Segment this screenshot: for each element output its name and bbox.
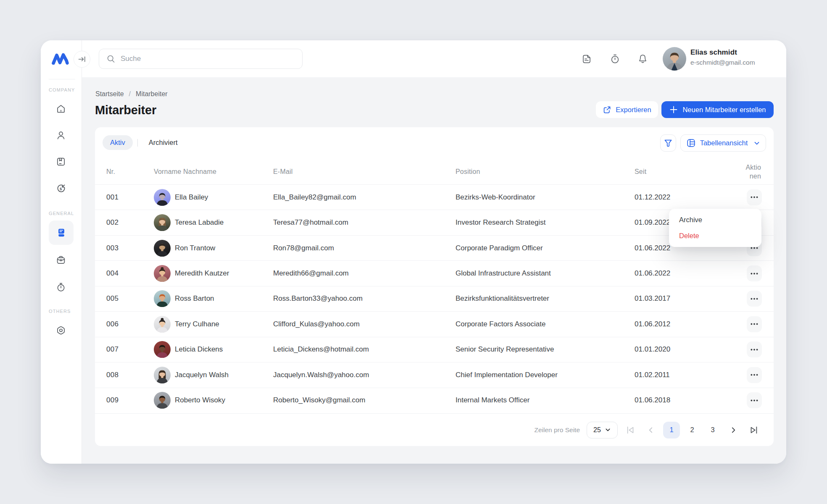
user-info[interactable]: Elias schmidt e-schmidt@gmail.com <box>690 48 755 66</box>
table-row[interactable]: 006 Terry Culhane Clifford_Kulas@yahoo.c… <box>95 311 774 336</box>
card-toolbar: Aktiv Archiviert <box>95 127 774 159</box>
user-name: Elias schmidt <box>690 48 755 57</box>
previous-page-button[interactable] <box>643 422 659 438</box>
table-view-select[interactable]: Tabellenansicht <box>680 134 766 152</box>
tab-archived[interactable]: Archiviert <box>145 139 181 147</box>
employee-name: Meredith Kautzer <box>175 269 229 278</box>
employee-position: Senior Security Representative <box>456 337 635 362</box>
page-button-1[interactable]: 1 <box>663 422 680 438</box>
employee-actions-cell <box>714 337 774 362</box>
sidebar-section-others: OTHERS <box>49 309 71 314</box>
table-row[interactable]: 007 Leticia Dickens Leticia_Dickens@hotm… <box>95 337 774 362</box>
employee-email: Jacquelyn.Walsh@yahoo.com <box>273 362 456 387</box>
note-icon <box>581 53 593 65</box>
page-button-3[interactable]: 3 <box>704 422 721 438</box>
menu-item-archive[interactable]: Archive <box>669 212 761 228</box>
employee-position: Global Infrastructure Assistant <box>456 260 635 286</box>
employee-position: Bezirks-Web-Koordinator <box>456 184 635 210</box>
search-input[interactable] <box>121 49 302 68</box>
table-row[interactable]: 004 Meredith Kautzer Meredith66@gmail.co… <box>95 260 774 286</box>
row-actions-button[interactable] <box>747 367 762 383</box>
employee-position: Corporate Factors Associate <box>456 311 635 336</box>
column-header-seit: Seit <box>635 159 714 184</box>
row-actions-button[interactable] <box>747 265 762 281</box>
menu-item-delete[interactable]: Delete <box>669 228 761 244</box>
row-actions-button[interactable] <box>747 291 762 307</box>
sidebar-item-jobs[interactable] <box>53 252 69 268</box>
sidebar-section-general: GENERAL <box>49 211 74 216</box>
sidebar-divider <box>49 79 75 79</box>
page-size-select[interactable]: 25 <box>587 422 618 438</box>
topbar: Elias schmidt e-schmidt@gmail.com <box>82 40 786 77</box>
sidebar-item-time[interactable] <box>53 279 69 296</box>
brand-logo <box>51 52 71 65</box>
employee-name-cell: Terry Culhane <box>154 311 273 336</box>
employee-avatar <box>154 392 171 409</box>
sidebar-item-employees[interactable] <box>49 220 74 245</box>
sidebar-section-company: COMPANY <box>49 87 75 92</box>
table-row[interactable]: 008 Jacquelyn Walsh Jacquelyn.Walsh@yaho… <box>95 362 774 387</box>
sidebar-item-payroll[interactable]: $ <box>53 180 69 197</box>
table-row[interactable]: 009 Roberto Wisoky Roberto_Wisoky@gmail.… <box>95 388 774 413</box>
search-box[interactable] <box>99 49 303 69</box>
sidebar-item-persons[interactable] <box>53 127 69 144</box>
employee-name-cell: Leticia Dickens <box>154 337 273 362</box>
pagination: 123 <box>622 422 762 438</box>
employee-avatar <box>154 316 171 333</box>
employee-number: 007 <box>95 337 154 362</box>
last-page-button[interactable] <box>745 422 762 438</box>
sidebar-item-records[interactable] <box>53 153 69 170</box>
filter-button[interactable] <box>660 134 676 152</box>
breadcrumb-home[interactable]: Startseite <box>95 90 124 98</box>
employee-email: Clifford_Kulas@yahoo.com <box>273 311 456 336</box>
employee-number: 001 <box>95 184 154 210</box>
topbar-notifications-button[interactable] <box>635 52 650 66</box>
row-actions-button[interactable] <box>747 341 762 357</box>
topbar-timer-button[interactable] <box>608 52 622 66</box>
sidebar-item-settings[interactable] <box>53 322 69 339</box>
bell-icon <box>637 53 648 65</box>
topbar-notes-button[interactable] <box>579 52 594 66</box>
page-actions: Exportieren Neuen Mitarbeiter erstellen <box>596 101 774 118</box>
row-actions-button[interactable] <box>747 316 762 332</box>
settings-icon <box>55 325 66 336</box>
employee-name-cell: Ella Bailey <box>154 184 273 210</box>
employee-email: Ross.Barton33@yahoo.com <box>273 286 456 311</box>
employee-avatar <box>154 265 171 282</box>
employee-avatar <box>154 367 171 383</box>
employee-since: 01.06.2022 <box>635 260 714 286</box>
page-size-value: 25 <box>593 426 601 434</box>
create-employee-button[interactable]: Neuen Mitarbeiter erstellen <box>661 101 774 118</box>
table-header-row: Nr. Vorname Nachname E-Mail Position Sei… <box>95 159 774 184</box>
search-icon <box>106 54 116 63</box>
employee-position: Bezirksfunktionalitätsvertreter <box>456 286 635 311</box>
employee-avatar <box>154 214 171 231</box>
employee-name: Ella Bailey <box>175 193 208 202</box>
user-avatar[interactable] <box>663 47 686 71</box>
breadcrumb-current[interactable]: Mitarbeiter <box>136 90 168 98</box>
sidebar-item-home[interactable] <box>53 100 69 117</box>
employee-avatar <box>154 290 171 307</box>
app-window: COMPANY <box>41 40 786 464</box>
row-actions-button[interactable] <box>747 189 762 205</box>
book-icon <box>55 156 66 167</box>
tabs: Aktiv Archiviert <box>103 135 181 150</box>
dots-icon <box>751 323 758 325</box>
previous-page-icon <box>648 427 654 433</box>
export-button[interactable]: Exportieren <box>596 101 658 118</box>
table-row[interactable]: 005 Ross Barton Ross.Barton33@yahoo.com … <box>95 286 774 311</box>
employee-name-cell: Jacquelyn Walsh <box>154 362 273 387</box>
employee-position: Internal Markets Officer <box>456 388 635 413</box>
dots-icon <box>751 247 758 249</box>
tab-active[interactable]: Aktiv <box>103 135 133 150</box>
first-page-icon <box>626 426 635 434</box>
first-page-button[interactable] <box>622 422 639 438</box>
employee-number: 004 <box>95 260 154 286</box>
page-button-2[interactable]: 2 <box>684 422 701 438</box>
employee-avatar <box>154 240 171 257</box>
next-page-button[interactable] <box>725 422 742 438</box>
table-row[interactable]: 001 Ella Bailey Ella_Bailey82@gmail.com … <box>95 184 774 210</box>
row-actions-button[interactable] <box>747 392 762 408</box>
employee-position: Investor Research Strategist <box>456 210 635 235</box>
sidebar-collapse-button[interactable] <box>74 51 90 68</box>
